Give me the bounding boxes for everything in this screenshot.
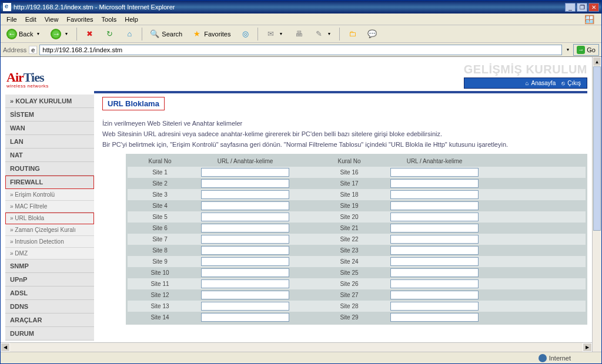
divider bbox=[94, 91, 587, 93]
scroll-track[interactable] bbox=[593, 66, 601, 354]
go-button[interactable]: → Go bbox=[573, 44, 599, 56]
page-desc-3: Bir PC'yi belirtmek için, "Erişim Kontro… bbox=[102, 141, 587, 148]
menu-edit[interactable]: Edit bbox=[22, 15, 40, 24]
scroll-right-button[interactable]: ▶ bbox=[583, 343, 592, 352]
url-input-left-6[interactable] bbox=[201, 224, 289, 232]
url-input-right-9[interactable] bbox=[390, 257, 479, 266]
rule-label-left: Site 11 bbox=[128, 278, 192, 289]
sidebar-sub-ids[interactable]: » Intrusion Detection bbox=[5, 236, 94, 248]
url-input-left-10[interactable] bbox=[201, 268, 289, 277]
favorites-button[interactable]: ★ Favorites bbox=[188, 27, 234, 41]
url-input-right-7[interactable] bbox=[390, 235, 479, 244]
sidebar-item-firewall[interactable]: FIREWALL bbox=[5, 176, 94, 189]
logout-icon: ⎋ bbox=[561, 80, 565, 86]
page-content: URL Bloklama İzin verilmeyen Web Siteler… bbox=[94, 95, 587, 342]
forward-button[interactable]: → ▼ bbox=[47, 27, 73, 41]
url-input-left-4[interactable] bbox=[201, 201, 289, 210]
sidebar-item-araclar[interactable]: ARAÇLAR bbox=[5, 314, 94, 327]
url-input-right-11[interactable] bbox=[390, 279, 479, 288]
url-input-right-14[interactable] bbox=[390, 313, 479, 322]
home-button[interactable]: ⌂ bbox=[121, 27, 138, 41]
rule-label-left: Site 14 bbox=[128, 312, 192, 323]
menu-favorites[interactable]: Favorites bbox=[63, 15, 96, 24]
mail-button[interactable]: ✉▼ bbox=[262, 27, 287, 41]
url-input-left-5[interactable] bbox=[201, 213, 289, 221]
menu-help[interactable]: Help bbox=[121, 15, 142, 24]
search-label: Search bbox=[162, 31, 182, 38]
sidebar-sub-zaman[interactable]: » Zaman Çizelgesi Kuralı bbox=[5, 224, 94, 236]
close-button[interactable]: ✕ bbox=[588, 3, 599, 12]
vertical-scrollbar[interactable]: ▲ ▼ bbox=[592, 57, 601, 363]
sidebar-item-kolay[interactable]: » KOLAY KURULUM bbox=[5, 95, 94, 108]
maximize-button[interactable]: ❐ bbox=[577, 3, 587, 12]
sidebar-item-wan[interactable]: WAN bbox=[5, 122, 94, 135]
stop-button[interactable]: ✖ bbox=[81, 27, 98, 41]
url-input-left-12[interactable] bbox=[201, 291, 289, 299]
url-input-left-1[interactable] bbox=[201, 168, 289, 177]
url-input-left-7[interactable] bbox=[201, 235, 289, 244]
media-button[interactable]: ◎ bbox=[236, 27, 254, 41]
separator bbox=[339, 28, 340, 41]
search-button[interactable]: 🔍 Search bbox=[146, 27, 186, 41]
page-icon: e bbox=[29, 46, 37, 54]
print-button[interactable]: 🖶 bbox=[290, 27, 307, 41]
scroll-up-button[interactable]: ▲ bbox=[593, 57, 601, 66]
sidebar-sub-erisim[interactable]: » Erişim Kontrolü bbox=[5, 189, 94, 201]
url-input-right-12[interactable] bbox=[390, 291, 479, 299]
forward-icon: → bbox=[51, 29, 61, 39]
url-input-right-2[interactable] bbox=[390, 179, 479, 188]
url-input-left-8[interactable] bbox=[201, 246, 289, 255]
url-input-left-14[interactable] bbox=[201, 313, 289, 322]
link-logout[interactable]: ⎋Çıkış bbox=[561, 80, 581, 86]
url-input-left-13[interactable] bbox=[201, 302, 289, 311]
url-input-left-11[interactable] bbox=[201, 279, 289, 288]
menu-tools[interactable]: Tools bbox=[98, 15, 121, 24]
address-input[interactable] bbox=[39, 45, 562, 55]
sidebar-item-durum[interactable]: DURUM bbox=[5, 327, 94, 341]
sidebar-sub-url[interactable]: » URL Blokla bbox=[5, 213, 94, 224]
minimize-button[interactable]: _ bbox=[565, 3, 576, 12]
url-input-right-3[interactable] bbox=[390, 190, 479, 199]
sidebar-item-upnp[interactable]: UPnP bbox=[5, 273, 94, 287]
url-input-right-5[interactable] bbox=[390, 213, 479, 221]
sidebar: » KOLAY KURULUM SİSTEM WAN LAN NAT ROUTI… bbox=[5, 95, 94, 342]
scroll-thumb[interactable] bbox=[593, 66, 601, 231]
sidebar-item-lan[interactable]: LAN bbox=[5, 135, 94, 149]
url-input-right-1[interactable] bbox=[390, 168, 479, 177]
folder-icon: 🗀 bbox=[347, 29, 357, 39]
chevron-down-icon: ▼ bbox=[277, 32, 284, 36]
url-input-left-2[interactable] bbox=[201, 179, 289, 188]
refresh-button[interactable]: ↻ bbox=[101, 27, 118, 41]
url-input-right-6[interactable] bbox=[390, 224, 479, 232]
sidebar-item-nat[interactable]: NAT bbox=[5, 149, 94, 162]
sidebar-item-snmp[interactable]: SNMP bbox=[5, 259, 94, 273]
discuss-button[interactable]: 💬 bbox=[363, 27, 381, 41]
sidebar-item-ddns[interactable]: DDNS bbox=[5, 300, 94, 314]
edit-button[interactable]: ✎▼ bbox=[310, 27, 336, 41]
window-titlebar: http://192.168.2.1/index.stm - Microsoft… bbox=[1, 1, 601, 14]
sidebar-sub-mac[interactable]: » MAC Filtrele bbox=[5, 201, 94, 213]
link-home[interactable]: ⌂Anasayfa bbox=[525, 80, 556, 86]
chevron-down-icon: ▼ bbox=[63, 32, 69, 36]
folder-button[interactable]: 🗀 bbox=[343, 27, 361, 41]
horizontal-scrollbar[interactable]: ◀ ▶ bbox=[1, 342, 592, 352]
sidebar-item-routing[interactable]: ROUTING bbox=[5, 162, 94, 176]
url-input-right-13[interactable] bbox=[390, 302, 479, 311]
menu-file[interactable]: File bbox=[3, 15, 21, 24]
url-input-right-4[interactable] bbox=[390, 201, 479, 210]
back-button[interactable]: ← Back ▼ bbox=[3, 27, 45, 41]
sidebar-sub-dmz[interactable]: » DMZ bbox=[5, 248, 94, 259]
sidebar-item-sistem[interactable]: SİSTEM bbox=[5, 108, 94, 122]
scroll-left-button[interactable]: ◀ bbox=[1, 343, 10, 352]
url-input-right-10[interactable] bbox=[390, 268, 479, 277]
menu-view[interactable]: View bbox=[41, 15, 62, 24]
url-input-right-8[interactable] bbox=[390, 246, 479, 255]
url-input-left-9[interactable] bbox=[201, 257, 289, 266]
scroll-track-h[interactable] bbox=[10, 343, 583, 352]
url-input-left-3[interactable] bbox=[201, 190, 289, 199]
chevron-down-icon[interactable]: ▼ bbox=[564, 48, 571, 52]
sidebar-item-adsl[interactable]: ADSL bbox=[5, 287, 94, 300]
rule-label-right: Site 28 bbox=[317, 301, 382, 312]
table-row: Site 13Site 28 bbox=[128, 301, 586, 312]
back-icon: ← bbox=[6, 29, 17, 39]
